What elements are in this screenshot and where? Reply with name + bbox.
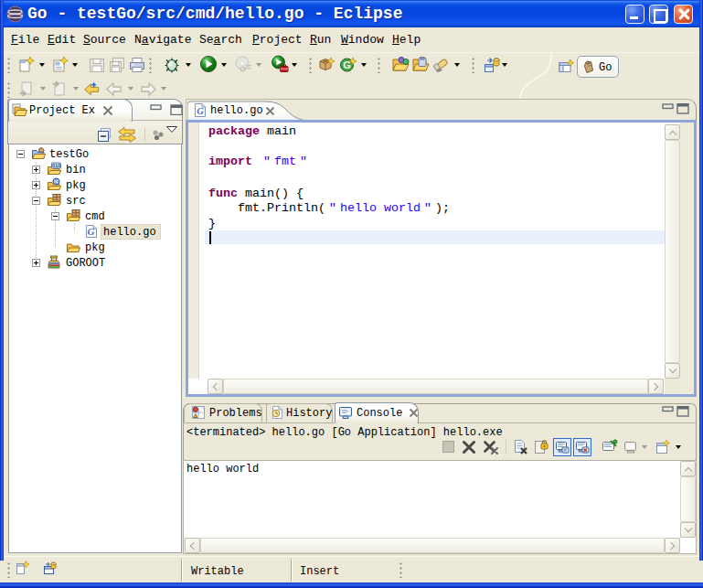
svg-text:G: G bbox=[88, 226, 95, 237]
svg-text:G: G bbox=[197, 106, 204, 116]
svg-text:010: 010 bbox=[52, 163, 60, 168]
